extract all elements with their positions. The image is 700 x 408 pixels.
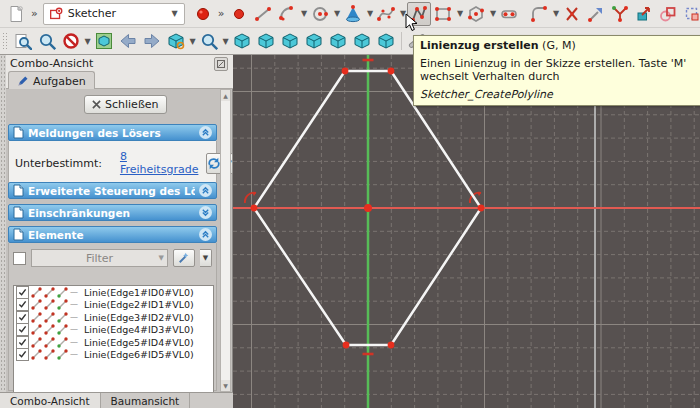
- external-geometry-button[interactable]: [632, 2, 656, 26]
- scroll-down-icon[interactable]: ▼: [221, 380, 230, 391]
- edge-icon: [31, 287, 42, 298]
- element-checkbox[interactable]: [16, 348, 29, 361]
- toggle-construction-button[interactable]: [680, 2, 700, 26]
- zoom-tools-button[interactable]: [197, 29, 221, 53]
- create-fillet-dropdown[interactable]: ▼: [551, 3, 560, 25]
- elements-list[interactable]: — Linie(Edge1#ID0#VL0) — Linie(Edge2#ID1…: [13, 285, 214, 407]
- dock-tab-combo-ansicht[interactable]: Combo-Ansicht: [0, 393, 101, 408]
- panel-scrollbar[interactable]: ▲ ▼: [220, 89, 231, 392]
- fit-all-button[interactable]: [11, 29, 35, 53]
- fit-selection-button[interactable]: [35, 29, 59, 53]
- element-list-item[interactable]: — Linie(Edge6#ID5#VL0): [14, 349, 213, 362]
- collapse-up-icon[interactable]: [199, 184, 212, 197]
- draw-style-dropdown[interactable]: ▼: [83, 30, 92, 52]
- create-point-button[interactable]: [227, 2, 251, 26]
- view-right-button[interactable]: [302, 29, 326, 53]
- create-arc-button[interactable]: [275, 2, 299, 26]
- create-arc-dropdown[interactable]: ▼: [299, 3, 308, 25]
- create-polygon-dropdown[interactable]: ▼: [488, 3, 497, 25]
- element-checkbox[interactable]: [16, 298, 29, 311]
- tab-aufgaben[interactable]: Aufgaben: [8, 71, 95, 90]
- sketch-vertex[interactable]: [478, 205, 485, 212]
- close-task-button[interactable]: Schließen: [84, 95, 167, 114]
- create-conic-dropdown[interactable]: ▼: [365, 3, 374, 25]
- sketch-vertex[interactable]: [388, 68, 395, 75]
- create-rectangle-button[interactable]: [431, 2, 455, 26]
- view-front-button[interactable]: [254, 29, 278, 53]
- macro-overflow-chevron-icon[interactable]: »: [215, 7, 228, 20]
- tab-aufgaben-label: Aufgaben: [33, 75, 86, 88]
- collapse-up-icon[interactable]: [199, 228, 212, 241]
- dof-link[interactable]: 8 Freiheitsgrade: [120, 150, 198, 176]
- create-circle-button[interactable]: [308, 2, 332, 26]
- horizontal-constraint-icon[interactable]: [363, 353, 374, 356]
- navigate-forward-icon: [143, 32, 161, 50]
- split-edge-button[interactable]: [608, 2, 632, 26]
- edge-icon: [44, 287, 55, 298]
- sketch-vertex[interactable]: [342, 68, 349, 75]
- tooltip-title: Linienzug erstellen (G, M): [420, 39, 700, 52]
- fit-selection-icon: [38, 32, 56, 50]
- view-front-icon: [257, 32, 275, 50]
- sketch-vertex[interactable]: [388, 342, 395, 349]
- element-list-item[interactable]: — Linie(Edge3#ID2#VL0): [14, 311, 213, 324]
- element-list-item[interactable]: — Linie(Edge4#ID3#VL0): [14, 324, 213, 337]
- expand-down-icon[interactable]: [199, 206, 212, 219]
- view-left-button[interactable]: [374, 29, 398, 53]
- textured-view-button[interactable]: [92, 29, 116, 53]
- create-bspline-button[interactable]: [374, 2, 398, 26]
- element-list-item[interactable]: — Linie(Edge5#ID4#VL0): [14, 336, 213, 349]
- section-elements-header[interactable]: Elemente: [8, 226, 217, 243]
- draw-style-button[interactable]: [59, 29, 83, 53]
- create-line-button[interactable]: [251, 2, 275, 26]
- create-slot-button[interactable]: [497, 2, 521, 26]
- sketch-vertex[interactable]: [251, 205, 258, 212]
- create-fillet-button[interactable]: [527, 2, 551, 26]
- trim-edge-button[interactable]: [560, 2, 584, 26]
- filter-checkbox[interactable]: [13, 252, 26, 265]
- sketch-canvas[interactable]: [233, 55, 700, 408]
- element-checkbox[interactable]: [16, 311, 29, 324]
- panel-float-button[interactable]: [214, 57, 228, 71]
- dock-tab-baumansicht[interactable]: Baumansicht: [101, 393, 191, 408]
- section-constraints-header[interactable]: Einschränkungen: [8, 204, 217, 221]
- record-macro-button[interactable]: [191, 2, 215, 26]
- create-polygon-button[interactable]: [464, 2, 488, 26]
- extend-edge-button[interactable]: [584, 2, 608, 26]
- filter-combo[interactable]: Filter ▼: [31, 249, 168, 267]
- element-checkbox[interactable]: [16, 336, 29, 349]
- element-list-item[interactable]: — Linie(Edge2#ID1#VL0): [14, 299, 213, 312]
- navigate-forward-button[interactable]: [140, 29, 164, 53]
- view-top-button[interactable]: [278, 29, 302, 53]
- new-document-button[interactable]: [4, 2, 28, 26]
- element-list-item[interactable]: — Linie(Edge1#ID0#VL0): [14, 286, 213, 299]
- view-axonometric-button[interactable]: [230, 29, 254, 53]
- navigate-back-button[interactable]: [116, 29, 140, 53]
- create-rectangle-dropdown[interactable]: ▼: [455, 3, 464, 25]
- zoom-tools-dropdown[interactable]: ▼: [221, 30, 230, 52]
- toolbar-overflow-chevron-icon[interactable]: »: [28, 7, 41, 20]
- carbon-copy-button[interactable]: [656, 2, 680, 26]
- panel-title-label: Combo-Ansicht: [10, 57, 93, 70]
- view-rear-button[interactable]: [326, 29, 350, 53]
- horizontal-constraint-icon[interactable]: [363, 59, 374, 62]
- section-solver-header[interactable]: Meldungen des Lösers: [8, 124, 217, 141]
- collapse-up-icon[interactable]: [199, 126, 212, 139]
- create-circle-dropdown[interactable]: ▼: [332, 3, 341, 25]
- scroll-up-icon[interactable]: ▲: [221, 90, 230, 101]
- navigation-style-button[interactable]: [164, 29, 188, 53]
- origin-point[interactable]: [364, 204, 372, 212]
- view-bottom-button[interactable]: [350, 29, 374, 53]
- element-checkbox[interactable]: [16, 323, 29, 336]
- sketch-vertex[interactable]: [343, 342, 350, 349]
- elements-settings-button[interactable]: [173, 249, 195, 267]
- workbench-selector[interactable]: Sketcher ▼: [43, 3, 185, 25]
- navigation-style-dropdown[interactable]: ▼: [188, 30, 197, 52]
- create-conic-button[interactable]: [341, 2, 365, 26]
- toolbar-handle[interactable]: [2, 32, 9, 50]
- section-advanced-header[interactable]: Erweiterte Steuerung des Lösers: [8, 182, 217, 199]
- element-checkbox[interactable]: [16, 286, 29, 299]
- sketch-viewport[interactable]: [233, 55, 700, 408]
- edge-icon: [31, 312, 42, 323]
- elements-settings-dropdown[interactable]: ▼: [200, 249, 212, 267]
